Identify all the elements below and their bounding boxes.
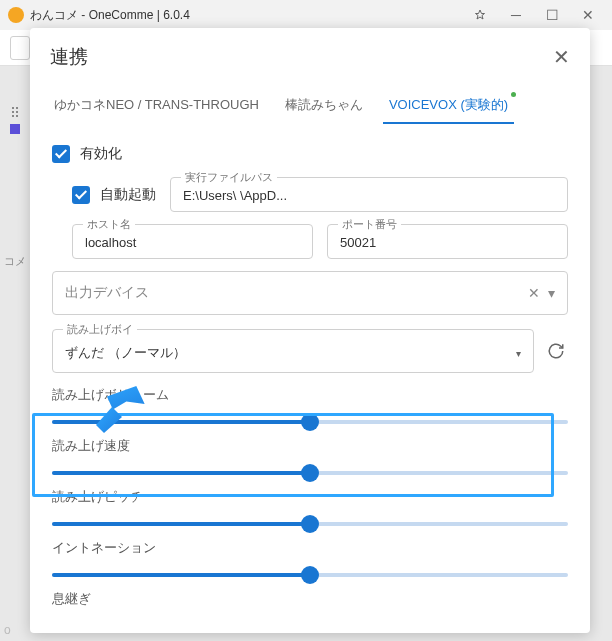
output-device-select[interactable]: 出力デバイス ✕ ▾ <box>52 271 568 315</box>
voice-select[interactable]: 読み上げボイ ずんだ （ノーマル） ▾ <box>52 329 534 373</box>
intonation-label: イントネーション <box>52 540 568 557</box>
app-icon <box>8 7 24 23</box>
tabs: ゆかコネNEO / TRANS-THROUGH 棒読みちゃん VOICEVOX … <box>30 82 590 125</box>
drag-grip-icon[interactable] <box>11 106 19 118</box>
output-device-placeholder: 出力デバイス <box>65 284 149 302</box>
integration-dialog: 連携 ✕ ゆかコネNEO / TRANS-THROUGH 棒読みちゃん VOIC… <box>30 28 590 633</box>
speed-label: 読み上げ速度 <box>52 438 568 455</box>
chevron-down-icon[interactable]: ▾ <box>548 285 555 301</box>
tab-yukacone[interactable]: ゆかコネNEO / TRANS-THROUGH <box>52 90 261 124</box>
minimize-button[interactable]: ─ <box>500 3 532 27</box>
titlebar: わんコメ - OneComme | 6.0.4 ─ ☐ ✕ <box>0 0 612 30</box>
port-legend: ポート番号 <box>338 217 401 232</box>
autostart-checkbox[interactable] <box>72 186 90 204</box>
exec-path-value: E:\Users\ \AppD... <box>183 188 287 203</box>
volume-label: 読み上げボリューム <box>52 387 568 404</box>
exec-path-legend: 実行ファイルパス <box>181 170 277 185</box>
volume-slider[interactable] <box>52 420 568 424</box>
pitch-label: 読み上げピッチ <box>52 489 568 506</box>
refresh-icon[interactable] <box>544 339 568 363</box>
port-value: 50021 <box>340 235 376 250</box>
app-title: わんコメ - OneComme | 6.0.4 <box>30 7 464 24</box>
host-legend: ホスト名 <box>83 217 135 232</box>
chevron-down-icon[interactable]: ▾ <box>516 348 521 359</box>
speed-slider[interactable] <box>52 471 568 475</box>
sidebar-label: コメ <box>4 254 26 269</box>
clear-icon[interactable]: ✕ <box>528 285 540 301</box>
enable-label: 有効化 <box>80 145 122 163</box>
pin-icon[interactable] <box>464 3 496 27</box>
enable-checkbox[interactable] <box>52 145 70 163</box>
autostart-label: 自動起動 <box>100 186 156 204</box>
tab-voicevox[interactable]: VOICEVOX (実験的) <box>387 90 510 124</box>
pitch-slider[interactable] <box>52 522 568 526</box>
dialog-title: 連携 <box>50 44 88 70</box>
close-icon[interactable]: ✕ <box>553 45 570 69</box>
dialog-body: 有効化 自動起動 実行ファイルパス E:\Users\ \AppD... ホスト… <box>30 125 590 633</box>
status-dot <box>511 92 516 97</box>
intonation-slider[interactable] <box>52 573 568 577</box>
host-field[interactable]: ホスト名 localhost <box>72 224 313 259</box>
port-field[interactable]: ポート番号 50021 <box>327 224 568 259</box>
voice-value: ずんだ （ノーマル） <box>65 344 186 362</box>
close-window-button[interactable]: ✕ <box>572 3 604 27</box>
bg-char: o <box>4 623 11 637</box>
purple-indicator <box>10 124 20 134</box>
exec-path-field[interactable]: 実行ファイルパス E:\Users\ \AppD... <box>170 177 568 212</box>
voice-legend: 読み上げボイ <box>63 322 137 337</box>
tab-bouyomi[interactable]: 棒読みちゃん <box>283 90 365 124</box>
breath-label: 息継ぎ <box>52 591 568 608</box>
maximize-button[interactable]: ☐ <box>536 3 568 27</box>
host-value: localhost <box>85 235 136 250</box>
toolbar-item[interactable] <box>10 36 30 60</box>
